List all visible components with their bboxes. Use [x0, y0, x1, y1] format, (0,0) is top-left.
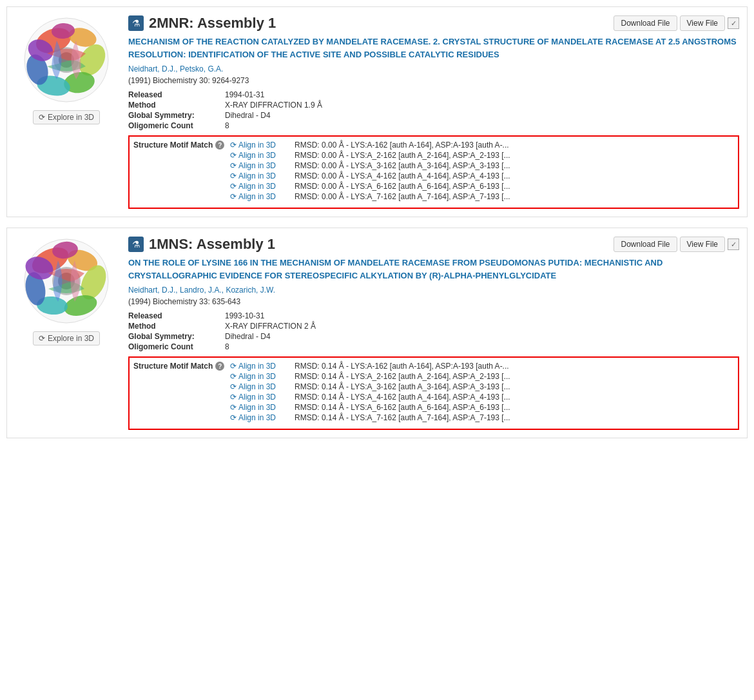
protein-image-2mnr — [21, 15, 111, 105]
right-panel-1mns: ⚗ 1MNS: Assembly 1 Download File View Fi… — [128, 236, 739, 430]
eye-icon-2mnr-5: ⟳ — [230, 192, 237, 201]
motif-text-2mnr-3: RMSD: 0.00 Å - LYS:A_4-162 [auth A_4-164… — [295, 171, 510, 180]
header-buttons-1mns: Download File View File ✓ — [614, 237, 739, 252]
motif-rows-1mns: ⟳ Align in 3D RMSD: 0.14 Å - LYS:A-162 [… — [230, 362, 734, 423]
align-3d-btn-1mns-2[interactable]: ⟳ Align in 3D — [230, 382, 295, 391]
explore-icon-1mns: ⟳ — [39, 334, 45, 343]
align-3d-btn-1mns-0[interactable]: ⟳ Align in 3D — [230, 362, 295, 371]
eye-icon-2mnr-3: ⟳ — [230, 171, 237, 180]
motif-row-2mnr-4: ⟳ Align in 3D RMSD: 0.00 Å - LYS:A_6-162… — [230, 182, 734, 191]
align-3d-btn-2mnr-1[interactable]: ⟳ Align in 3D — [230, 151, 295, 160]
motif-row-1mns-3: ⟳ Align in 3D RMSD: 0.14 Å - LYS:A_4-162… — [230, 393, 734, 402]
left-panel-2mnr: ⟳ Explore in 3D — [15, 15, 118, 209]
align-3d-btn-2mnr-5[interactable]: ⟳ Align in 3D — [230, 192, 295, 201]
released-row-1mns: Released 1993-10-31 — [128, 311, 739, 320]
explore-3d-button-2mnr[interactable]: ⟳ Explore in 3D — [33, 110, 100, 124]
motif-help-icon-2mnr[interactable]: ? — [215, 141, 224, 150]
citation-2mnr: (1991) Biochemistry 30: 9264-9273 — [128, 76, 739, 85]
symmetry-label-2mnr: Global Symmetry: — [128, 111, 225, 120]
oligo-label-2mnr: Oligomeric Count — [128, 121, 225, 130]
oligo-label-1mns: Oligomeric Count — [128, 342, 225, 351]
eye-icon-2mnr-2: ⟳ — [230, 161, 237, 170]
motif-row-1mns-1: ⟳ Align in 3D RMSD: 0.14 Å - LYS:A_2-162… — [230, 372, 734, 381]
entry-title-row-2mnr: ⚗ 2MNR: Assembly 1 — [128, 15, 276, 32]
motif-row-1mns-4: ⟳ Align in 3D RMSD: 0.14 Å - LYS:A_6-162… — [230, 403, 734, 412]
method-value-1mns: X-RAY DIFFRACTION 2 Å — [225, 322, 316, 331]
explore-icon-2mnr: ⟳ — [39, 113, 45, 122]
oligo-row-1mns: Oligomeric Count 8 — [128, 342, 739, 351]
symmetry-label-1mns: Global Symmetry: — [128, 332, 225, 341]
align-3d-btn-2mnr-0[interactable]: ⟳ Align in 3D — [230, 141, 295, 150]
symmetry-row-1mns: Global Symmetry: Dihedral - D4 — [128, 332, 739, 341]
eye-icon-2mnr-0: ⟳ — [230, 141, 237, 150]
info-table-1mns: Released 1993-10-31 Method X-RAY DIFFRAC… — [128, 311, 739, 351]
motif-text-1mns-5: RMSD: 0.14 Å - LYS:A_7-162 [auth A_7-164… — [295, 413, 510, 422]
right-panel-2mnr: ⚗ 2MNR: Assembly 1 Download File View Fi… — [128, 15, 739, 209]
released-value-1mns: 1993-10-31 — [225, 311, 264, 320]
align-3d-btn-2mnr-3[interactable]: ⟳ Align in 3D — [230, 171, 295, 180]
motif-label-1mns: Structure Motif Match ? — [133, 362, 230, 371]
align-3d-btn-1mns-1[interactable]: ⟳ Align in 3D — [230, 372, 295, 381]
symmetry-row-2mnr: Global Symmetry: Dihedral - D4 — [128, 111, 739, 120]
header-buttons-2mnr: Download File View File ✓ — [614, 15, 739, 31]
motif-header-row-1mns: Structure Motif Match ? ⟳ Align in 3D RM… — [133, 362, 734, 423]
symmetry-value-2mnr: Dihedral - D4 — [225, 111, 271, 120]
entry-title-row-1mns: ⚗ 1MNS: Assembly 1 — [128, 236, 275, 253]
paper-title-1mns: ON THE ROLE OF LYSINE 166 IN THE MECHANI… — [128, 257, 739, 282]
motif-text-1mns-4: RMSD: 0.14 Å - LYS:A_6-162 [auth A_6-164… — [295, 403, 510, 412]
motif-rows-2mnr: ⟳ Align in 3D RMSD: 0.00 Å - LYS:A-162 [… — [230, 141, 734, 202]
oligo-row-2mnr: Oligomeric Count 8 — [128, 121, 739, 130]
download-file-button-1mns[interactable]: Download File — [614, 237, 677, 252]
motif-help-icon-1mns[interactable]: ? — [215, 362, 224, 371]
result-card-2mnr: ⟳ Explore in 3D ⚗ 2MNR: Assembly 1 Downl… — [6, 6, 748, 217]
eye-icon-1mns-3: ⟳ — [230, 393, 237, 402]
download-file-button-2mnr[interactable]: Download File — [614, 15, 677, 31]
oligo-value-2mnr: 8 — [225, 121, 229, 130]
oligo-value-1mns: 8 — [225, 342, 229, 351]
motif-row-1mns-5: ⟳ Align in 3D RMSD: 0.14 Å - LYS:A_7-162… — [230, 413, 734, 422]
eye-icon-1mns-0: ⟳ — [230, 362, 237, 371]
align-3d-btn-1mns-5[interactable]: ⟳ Align in 3D — [230, 413, 295, 422]
motif-row-2mnr-0: ⟳ Align in 3D RMSD: 0.00 Å - LYS:A-162 [… — [230, 141, 734, 150]
motif-section-2mnr: Structure Motif Match ? ⟳ Align in 3D RM… — [128, 135, 739, 209]
method-value-2mnr: X-RAY DIFFRACTION 1.9 Å — [225, 101, 322, 110]
motif-text-2mnr-5: RMSD: 0.00 Å - LYS:A_7-162 [auth A_7-164… — [295, 192, 510, 201]
select-checkbox-1mns[interactable]: ✓ — [728, 238, 739, 250]
explore-3d-button-1mns[interactable]: ⟳ Explore in 3D — [33, 331, 100, 345]
motif-text-1mns-2: RMSD: 0.14 Å - LYS:A_3-162 [auth A_3-164… — [295, 382, 510, 391]
align-3d-btn-2mnr-2[interactable]: ⟳ Align in 3D — [230, 161, 295, 170]
entry-title-1mns: 1MNS: Assembly 1 — [149, 236, 275, 253]
motif-text-2mnr-1: RMSD: 0.00 Å - LYS:A_2-162 [auth A_2-164… — [295, 151, 510, 160]
motif-header-row-2mnr: Structure Motif Match ? ⟳ Align in 3D RM… — [133, 141, 734, 202]
motif-text-2mnr-0: RMSD: 0.00 Å - LYS:A-162 [auth A-164], A… — [295, 141, 509, 150]
align-3d-btn-1mns-3[interactable]: ⟳ Align in 3D — [230, 393, 295, 402]
motif-label-2mnr: Structure Motif Match ? — [133, 141, 230, 150]
motif-row-2mnr-2: ⟳ Align in 3D RMSD: 0.00 Å - LYS:A_3-162… — [230, 161, 734, 170]
released-label-1mns: Released — [128, 311, 225, 320]
motif-row-1mns-0: ⟳ Align in 3D RMSD: 0.14 Å - LYS:A-162 [… — [230, 362, 734, 371]
entry-header-1mns: ⚗ 1MNS: Assembly 1 Download File View Fi… — [128, 236, 739, 253]
info-table-2mnr: Released 1994-01-31 Method X-RAY DIFFRAC… — [128, 90, 739, 130]
motif-row-2mnr-3: ⟳ Align in 3D RMSD: 0.00 Å - LYS:A_4-162… — [230, 171, 734, 180]
method-label-2mnr: Method — [128, 101, 225, 110]
eye-icon-2mnr-4: ⟳ — [230, 182, 237, 191]
select-checkbox-2mnr[interactable]: ✓ — [728, 17, 739, 29]
motif-text-1mns-1: RMSD: 0.14 Å - LYS:A_2-162 [auth A_2-164… — [295, 372, 510, 381]
motif-text-1mns-3: RMSD: 0.14 Å - LYS:A_4-162 [auth A_4-164… — [295, 393, 510, 402]
eye-icon-1mns-2: ⟳ — [230, 382, 237, 391]
method-row-1mns: Method X-RAY DIFFRACTION 2 Å — [128, 322, 739, 331]
view-file-button-2mnr[interactable]: View File — [680, 15, 725, 31]
authors-2mnr: Neidhart, D.J., Petsko, G.A. — [128, 64, 739, 73]
motif-row-2mnr-1: ⟳ Align in 3D RMSD: 0.00 Å - LYS:A_2-162… — [230, 151, 734, 160]
eye-icon-1mns-5: ⟳ — [230, 413, 237, 422]
eye-icon-1mns-1: ⟳ — [230, 372, 237, 381]
view-file-button-1mns[interactable]: View File — [680, 237, 725, 252]
flask-icon-2mnr: ⚗ — [128, 15, 144, 31]
motif-text-2mnr-2: RMSD: 0.00 Å - LYS:A_3-162 [auth A_3-164… — [295, 161, 510, 170]
left-panel-1mns: ⟳ Explore in 3D — [15, 236, 118, 430]
motif-section-1mns: Structure Motif Match ? ⟳ Align in 3D RM… — [128, 356, 739, 430]
motif-row-2mnr-5: ⟳ Align in 3D RMSD: 0.00 Å - LYS:A_7-162… — [230, 192, 734, 201]
align-3d-btn-1mns-4[interactable]: ⟳ Align in 3D — [230, 403, 295, 412]
align-3d-btn-2mnr-4[interactable]: ⟳ Align in 3D — [230, 182, 295, 191]
motif-text-1mns-0: RMSD: 0.14 Å - LYS:A-162 [auth A-164], A… — [295, 362, 509, 371]
